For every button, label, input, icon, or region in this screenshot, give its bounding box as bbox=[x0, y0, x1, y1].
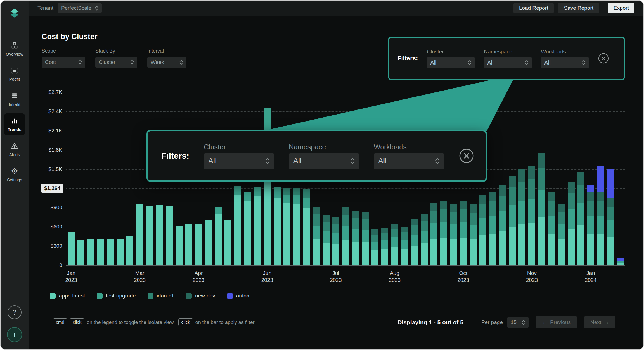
bar-week-25[interactable] bbox=[313, 207, 320, 265]
bar-segment-idan-c1[interactable] bbox=[391, 229, 398, 237]
bar-segment-test-upgrade[interactable] bbox=[234, 186, 241, 195]
bar-segment-apps-latest[interactable] bbox=[185, 224, 192, 265]
bar-segment-apps-latest[interactable] bbox=[332, 244, 339, 265]
bar-segment-new-dev[interactable] bbox=[499, 185, 506, 196]
bar-week-28[interactable] bbox=[342, 207, 349, 265]
bar-segment-apps-latest[interactable] bbox=[303, 208, 310, 265]
bar-week-7[interactable] bbox=[136, 204, 143, 265]
bar-segment-test-upgrade[interactable] bbox=[440, 222, 447, 238]
bar-segment-new-dev[interactable] bbox=[558, 204, 565, 212]
bar-week-41[interactable] bbox=[470, 204, 477, 265]
bar-segment-test-upgrade[interactable] bbox=[568, 209, 575, 229]
bar-week-10[interactable] bbox=[166, 206, 173, 265]
bar-week-33[interactable] bbox=[391, 224, 398, 265]
bar-segment-apps-latest[interactable] bbox=[254, 196, 261, 265]
bar-segment-apps-latest[interactable] bbox=[440, 238, 447, 265]
bar-segment-apps-latest[interactable] bbox=[460, 238, 467, 265]
bar-segment-apps-latest[interactable] bbox=[381, 249, 388, 265]
legend-item-idan-c1[interactable]: idan-c1 bbox=[148, 293, 174, 299]
next-page-button[interactable]: Next → bbox=[584, 316, 615, 328]
bar-week-43[interactable] bbox=[489, 192, 496, 265]
bar-segment-idan-c1[interactable] bbox=[332, 224, 339, 233]
bar-segment-apps-latest[interactable] bbox=[548, 234, 555, 265]
bar-segment-new-dev[interactable] bbox=[342, 207, 349, 215]
bar-segment-apps-latest[interactable] bbox=[352, 242, 359, 265]
bar-segment-apps-latest[interactable] bbox=[234, 195, 241, 265]
bar-segment-idan-c1[interactable] bbox=[450, 212, 457, 224]
bar-segment-apps-latest[interactable] bbox=[568, 229, 575, 265]
bar-segment-test-upgrade[interactable] bbox=[244, 192, 251, 201]
bar-segment-new-dev[interactable] bbox=[489, 192, 496, 201]
bar-segment-test-upgrade[interactable] bbox=[430, 223, 437, 239]
bar-segment-apps-latest[interactable] bbox=[538, 217, 545, 265]
previous-page-button[interactable]: ← Previous bbox=[536, 316, 577, 328]
bar-segment-apps-latest[interactable] bbox=[117, 239, 124, 265]
bar-week-53[interactable] bbox=[587, 185, 594, 265]
bar-segment-apps-latest[interactable] bbox=[274, 198, 281, 265]
bar-segment-apps-latest[interactable] bbox=[509, 227, 516, 265]
bar-segment-idan-c1[interactable] bbox=[479, 204, 486, 218]
bar-segment-test-upgrade[interactable] bbox=[479, 218, 486, 235]
bar-segment-apps-latest[interactable] bbox=[136, 204, 143, 265]
bar-segment-idan-c1[interactable] bbox=[323, 222, 330, 231]
bar-segment-test-upgrade[interactable] bbox=[283, 195, 290, 203]
filter-namespace-select[interactable]: All bbox=[289, 153, 359, 169]
bar-week-22[interactable] bbox=[283, 188, 290, 265]
bar-segment-idan-c1[interactable] bbox=[548, 201, 555, 216]
bar-segment-idan-c1[interactable] bbox=[470, 213, 477, 225]
bar-segment-apps-latest[interactable] bbox=[518, 224, 525, 265]
bar-week-15[interactable] bbox=[215, 207, 222, 265]
bar-segment-anton[interactable] bbox=[597, 166, 604, 192]
bar-segment-idan-c1[interactable] bbox=[381, 233, 388, 240]
bar-segment-apps-latest[interactable] bbox=[146, 206, 153, 265]
bar-week-0[interactable] bbox=[68, 232, 75, 265]
bar-week-34[interactable] bbox=[401, 227, 408, 265]
bar-segment-idan-c1[interactable] bbox=[411, 225, 418, 235]
bar-segment-test-upgrade[interactable] bbox=[518, 201, 525, 224]
bar-segment-new-dev[interactable] bbox=[607, 198, 614, 207]
bar-segment-apps-latest[interactable] bbox=[558, 239, 565, 265]
bar-segment-apps-latest[interactable] bbox=[293, 204, 300, 265]
bar-segment-apps-latest[interactable] bbox=[430, 239, 437, 265]
bar-segment-apps-latest[interactable] bbox=[577, 225, 584, 265]
bar-segment-test-upgrade[interactable] bbox=[577, 203, 584, 225]
per-page-select[interactable]: 15 bbox=[507, 317, 529, 328]
bar-segment-test-upgrade[interactable] bbox=[470, 225, 477, 239]
bar-week-13[interactable] bbox=[195, 224, 202, 265]
bar-segment-test-upgrade[interactable] bbox=[401, 240, 408, 249]
bar-segment-apps-latest[interactable] bbox=[176, 226, 183, 265]
bar-segment-test-upgrade[interactable] bbox=[323, 231, 330, 243]
bar-segment-new-dev[interactable] bbox=[597, 192, 604, 201]
bar-segment-apps-latest[interactable] bbox=[97, 239, 104, 265]
bar-segment-apps-latest[interactable] bbox=[342, 240, 349, 265]
bar-segment-new-dev[interactable] bbox=[548, 192, 555, 201]
bar-segment-apps-latest[interactable] bbox=[450, 239, 457, 265]
bar-segment-test-upgrade[interactable] bbox=[548, 216, 555, 234]
bar-segment-idan-c1[interactable] bbox=[352, 218, 359, 229]
bar-segment-new-dev[interactable] bbox=[587, 192, 594, 201]
bar-segment-idan-c1[interactable] bbox=[440, 209, 447, 222]
bar-segment-idan-c1[interactable] bbox=[362, 219, 369, 230]
bar-segment-test-upgrade[interactable] bbox=[587, 216, 594, 234]
save-report-button[interactable]: Save Report bbox=[558, 3, 599, 13]
bar-segment-apps-latest[interactable] bbox=[313, 239, 320, 265]
bar-week-14[interactable] bbox=[205, 220, 212, 265]
bar-week-56[interactable] bbox=[617, 258, 624, 265]
export-button[interactable]: Export bbox=[608, 3, 634, 13]
bar-segment-test-upgrade[interactable] bbox=[254, 187, 261, 196]
bar-segment-idan-c1[interactable] bbox=[401, 232, 408, 240]
bar-week-17[interactable] bbox=[234, 186, 241, 265]
scope-select[interactable]: Cost bbox=[42, 57, 85, 68]
bar-week-40[interactable] bbox=[460, 201, 467, 265]
bar-week-24[interactable] bbox=[303, 189, 310, 265]
bar-segment-idan-c1[interactable] bbox=[293, 188, 300, 195]
bar-segment-test-upgrade[interactable] bbox=[450, 224, 457, 239]
bar-segment-apps-latest[interactable] bbox=[391, 247, 398, 265]
bar-segment-apps-latest[interactable] bbox=[205, 220, 212, 265]
bar-segment-apps-latest[interactable] bbox=[489, 234, 496, 265]
bar-week-39[interactable] bbox=[450, 204, 457, 265]
bar-week-30[interactable] bbox=[362, 212, 369, 265]
bar-segment-apps-latest[interactable] bbox=[479, 235, 486, 265]
bar-segment-test-upgrade[interactable] bbox=[313, 226, 320, 239]
bar-segment-new-dev[interactable] bbox=[479, 195, 486, 204]
